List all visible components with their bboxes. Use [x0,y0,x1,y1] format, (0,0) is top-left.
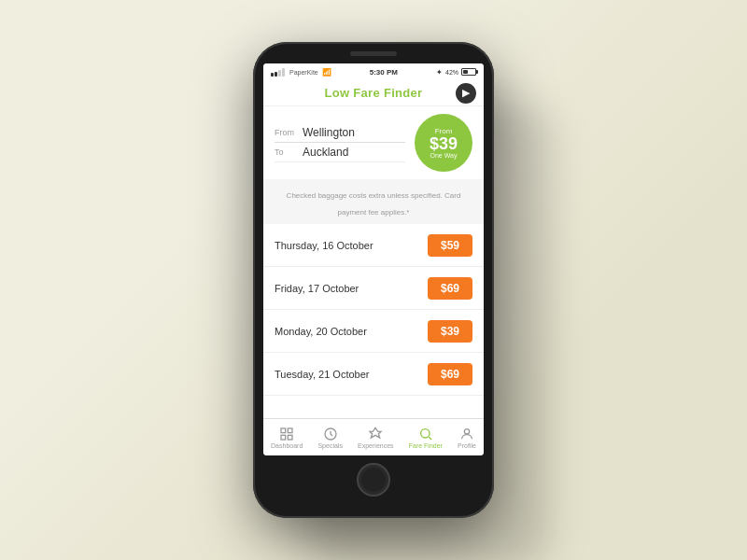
svg-rect-2 [281,435,286,440]
to-value: Auckland [303,146,348,159]
svg-point-6 [464,428,469,433]
nav-item-dashboard[interactable]: Dashboard [271,427,303,449]
experiences-icon [367,427,384,441]
status-time: 5:30 PM [370,68,398,77]
svg-rect-1 [289,428,293,433]
profile-label: Profile [458,442,476,449]
to-label: To [275,147,297,157]
notice-bar: Checked baggage costs extra unless speci… [263,179,484,224]
bluetooth-icon: ✦ [436,68,443,77]
fare-date: Friday, 17 October [275,283,359,294]
fare-list: Thursday, 16 October$59Friday, 17 Octobe… [263,224,484,418]
svg-rect-0 [281,428,286,433]
from-row[interactable]: From Wellington [275,123,405,143]
fare-price-button[interactable]: $59 [428,234,472,257]
battery-percent: 42% [445,69,458,76]
dashboard-icon [278,427,295,441]
app-header: Low Fare Finder ▶ [263,80,484,106]
fare-date: Thursday, 16 October [275,240,374,251]
fare-finder-label: Fare Finder [409,442,443,449]
status-right: ✦ 42% [436,68,476,77]
to-row[interactable]: To Auckland [275,143,405,162]
svg-rect-3 [289,435,293,440]
nav-item-fare-finder[interactable]: Fare Finder [409,427,443,449]
nav-item-profile[interactable]: Profile [458,427,476,449]
signal-icon [271,68,285,77]
fare-row: Monday, 20 October$39 [263,310,484,353]
fare-row: Tuesday, 21 October$69 [263,353,484,396]
battery-icon [461,68,476,76]
specials-icon [322,427,339,441]
fare-price-button[interactable]: $69 [428,363,472,385]
price-oneway-label: One Way [430,152,458,159]
price-amount: $39 [430,135,458,152]
fare-row: Friday, 17 October$69 [263,267,484,310]
profile-icon [458,427,475,441]
fare-row: Thursday, 16 October$59 [263,224,484,267]
fare-date: Tuesday, 21 October [275,369,370,380]
from-value: Wellington [303,126,355,139]
battery-fill [463,70,468,74]
phone-speaker [350,51,397,56]
svg-point-5 [420,428,429,437]
experiences-label: Experiences [358,442,394,449]
fare-date: Monday, 20 October [275,326,367,337]
notice-text: Checked baggage costs extra unless speci… [287,191,461,217]
dashboard-label: Dashboard [271,442,303,449]
fare-finder-icon [417,427,434,441]
from-label: From [275,128,297,137]
nav-item-experiences[interactable]: Experiences [358,427,394,449]
forward-button[interactable]: ▶ [456,83,476,104]
phone-device: PaperKite 📶 5:30 PM ✦ 42% Low Fare Finde… [253,42,494,518]
specials-label: Specials [317,442,342,449]
fare-price-button[interactable]: $69 [428,277,472,300]
app-title: Low Fare Finder [325,86,423,100]
price-badge: From $39 One Way [415,114,472,172]
bottom-nav: Dashboard Specials Experiences [263,418,484,455]
route-section: From Wellington To Auckland From $39 One… [263,106,484,179]
phone-home-button[interactable] [357,463,390,497]
status-bar: PaperKite 📶 5:30 PM ✦ 42% [263,63,484,80]
status-left: PaperKite 📶 [271,68,331,77]
fare-price-button[interactable]: $39 [428,320,472,343]
phone-screen: PaperKite 📶 5:30 PM ✦ 42% Low Fare Finde… [263,63,484,455]
wifi-icon: 📶 [322,68,331,77]
nav-item-specials[interactable]: Specials [317,427,342,449]
forward-arrow-icon: ▶ [462,87,470,99]
route-fields: From Wellington To Auckland [275,123,405,162]
carrier-label: PaperKite [289,69,318,76]
